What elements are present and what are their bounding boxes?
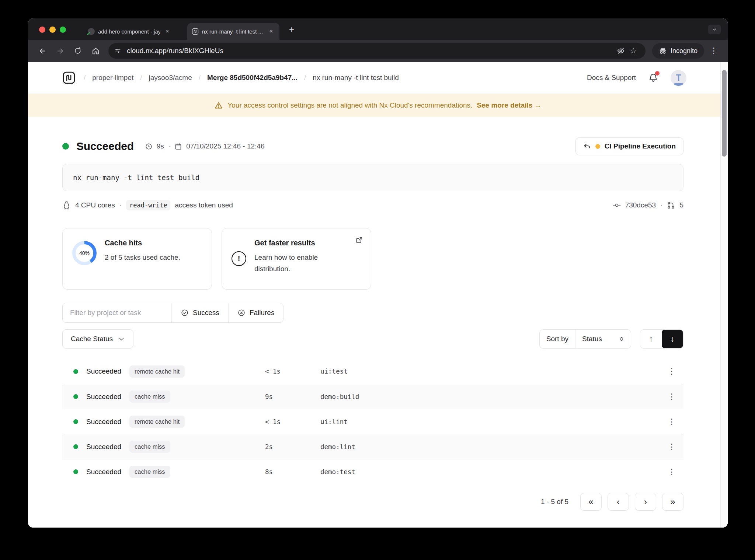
app-header: / proper-limpet / jaysoo3/acme / Merge 8… (28, 62, 728, 94)
tab-github-pr[interactable]: ✓ add hero component · jaysoo × (83, 23, 175, 40)
incognito-badge: Incognito (652, 43, 704, 59)
calendar-icon (174, 143, 182, 150)
bookmark-star-icon[interactable]: ☆ (627, 45, 640, 57)
clock-icon (145, 143, 153, 150)
row-menu-button[interactable]: ⋮ (660, 392, 683, 402)
info-circle-icon: ! (232, 251, 246, 266)
scrollbar-thumb[interactable] (722, 70, 727, 157)
distribution-title: Get faster results (254, 239, 347, 247)
chevron-down-icon (118, 336, 125, 343)
cache-status-badge: cache miss (129, 391, 170, 403)
breadcrumb-org[interactable]: proper-limpet (92, 74, 133, 82)
table-row[interactable]: Succeededremote cache hit < 1s ui:test ⋮ (62, 359, 683, 384)
cache-hits-donut: 40% (72, 241, 97, 265)
distribution-body: Learn how to enable distribution. (254, 252, 347, 275)
row-menu-button[interactable]: ⋮ (660, 417, 683, 427)
cache-status-badge: cache miss (129, 441, 170, 453)
eye-off-icon[interactable] (615, 45, 627, 57)
run-command: nx run-many -t lint test build (62, 164, 683, 191)
docs-support-link[interactable]: Docs & Support (587, 74, 636, 82)
close-tab-icon[interactable]: × (164, 28, 171, 35)
task-duration: 8s (265, 468, 320, 476)
user-avatar[interactable]: T (671, 70, 686, 86)
breadcrumb: / proper-limpet / jaysoo3/acme / Merge 8… (84, 74, 399, 82)
back-button[interactable] (35, 43, 50, 59)
sort-direction-toggle: ↑ ↓ (640, 329, 683, 349)
commit-sha[interactable]: 730dce53 (625, 201, 656, 209)
pipeline-status-dot (595, 144, 600, 149)
breadcrumb-run[interactable]: nx run-many -t lint test build (313, 74, 399, 82)
sort-field-select[interactable]: Status (575, 330, 631, 348)
ci-pipeline-execution-button[interactable]: CI Pipeline Execution (575, 137, 683, 155)
nx-cloud-logo[interactable] (62, 71, 76, 84)
reload-button[interactable] (70, 43, 86, 59)
tab-title: nx run-many -t lint test ... fro (202, 28, 264, 35)
sort-descending-button[interactable]: ↓ (662, 330, 683, 348)
breadcrumb-commit[interactable]: Merge 85d500f42d5a9b47... (207, 74, 298, 82)
vcs-count[interactable]: 5 (679, 201, 683, 209)
table-row[interactable]: Succeededcache miss 9s demo:build ⋮ (62, 384, 683, 409)
forward-button[interactable] (52, 43, 68, 59)
task-name: ui:lint (320, 418, 660, 426)
first-page-button[interactable]: « (580, 493, 602, 511)
table-row[interactable]: Succeededcache miss 8s demo:test ⋮ (62, 459, 683, 484)
new-tab-button[interactable]: + (286, 24, 297, 35)
select-updown-icon (618, 336, 625, 342)
next-page-button[interactable]: › (635, 493, 656, 511)
minimize-window-button[interactable] (49, 27, 56, 33)
cache-hits-title: Cache hits (105, 239, 180, 247)
breadcrumb-repo[interactable]: jaysoo3/acme (149, 74, 192, 82)
row-status-dot (73, 469, 78, 474)
task-duration: 2s (265, 443, 320, 451)
sort-by-label: Sort by (540, 330, 575, 348)
zoom-window-button[interactable] (60, 27, 66, 33)
undo-icon (583, 143, 591, 150)
row-status-dot (73, 394, 78, 399)
task-name: demo:build (320, 393, 660, 400)
filter-input[interactable] (63, 303, 172, 322)
tab-nx-cloud-run[interactable]: nx run-many -t lint test ... fro × (187, 23, 279, 40)
row-menu-button[interactable]: ⋮ (660, 367, 683, 376)
table-row[interactable]: Succeededcache miss 2s demo:lint ⋮ (62, 434, 683, 459)
cache-hits-card: 40% Cache hits 2 of 5 tasks used cache. (62, 228, 212, 290)
table-row[interactable]: Succeededremote cache hit < 1s ui:lint ⋮ (62, 409, 683, 434)
banner-see-more-link[interactable]: See more details → (477, 101, 541, 109)
task-filter-group: Success Failures (62, 303, 283, 323)
row-menu-button[interactable]: ⋮ (660, 467, 683, 477)
linux-penguin-icon (62, 201, 71, 210)
browser-menu-button[interactable]: ⋮ (706, 43, 721, 58)
sort-by-group: Sort by Status (539, 329, 631, 349)
warning-triangle-icon (214, 101, 223, 110)
sort-ascending-button[interactable]: ↑ (640, 330, 662, 348)
filter-failures-button[interactable]: Failures (229, 303, 283, 322)
task-table: Succeededremote cache hit < 1s ui:test ⋮… (62, 359, 683, 484)
tab-search-button[interactable] (708, 25, 721, 34)
filter-success-button[interactable]: Success (172, 303, 229, 322)
url-text: cloud.nx.app/runs/BkIXGHleUs (127, 47, 615, 55)
nx-cloud-page: / proper-limpet / jaysoo3/acme / Merge 8… (28, 62, 728, 528)
site-settings-icon[interactable] (112, 45, 123, 56)
cache-status-dropdown[interactable]: Cache Status (62, 329, 133, 349)
task-duration: < 1s (265, 368, 320, 375)
run-status-heading: Succeeded (76, 140, 134, 153)
distribution-card[interactable]: ! Get faster results Learn how to enable… (222, 228, 371, 290)
notifications-bell-icon[interactable] (648, 72, 659, 83)
pagination: 1 - 5 of 5 « ‹ › » (62, 493, 683, 511)
tab-title: add hero component · jaysoo (98, 28, 160, 35)
home-button[interactable] (88, 43, 103, 59)
close-window-button[interactable] (39, 27, 45, 33)
run-meta-row: 4 CPU cores · read-write access token us… (62, 199, 683, 211)
cache-status-badge: remote cache hit (129, 416, 185, 428)
access-token-text: access token used (175, 201, 233, 209)
task-name: demo:test (320, 468, 660, 476)
close-tab-icon[interactable]: × (268, 28, 275, 35)
browser-toolbar: cloud.nx.app/runs/BkIXGHleUs ☆ Incognito… (28, 40, 728, 62)
access-token-badge: read-write (126, 200, 170, 210)
pagination-label: 1 - 5 of 5 (541, 498, 568, 506)
page-scrollbar (720, 62, 728, 528)
external-link-icon[interactable] (355, 236, 363, 244)
previous-page-button[interactable]: ‹ (608, 493, 629, 511)
row-menu-button[interactable]: ⋮ (660, 442, 683, 452)
last-page-button[interactable]: » (662, 493, 683, 511)
url-bar[interactable]: cloud.nx.app/runs/BkIXGHleUs ☆ (108, 43, 646, 59)
